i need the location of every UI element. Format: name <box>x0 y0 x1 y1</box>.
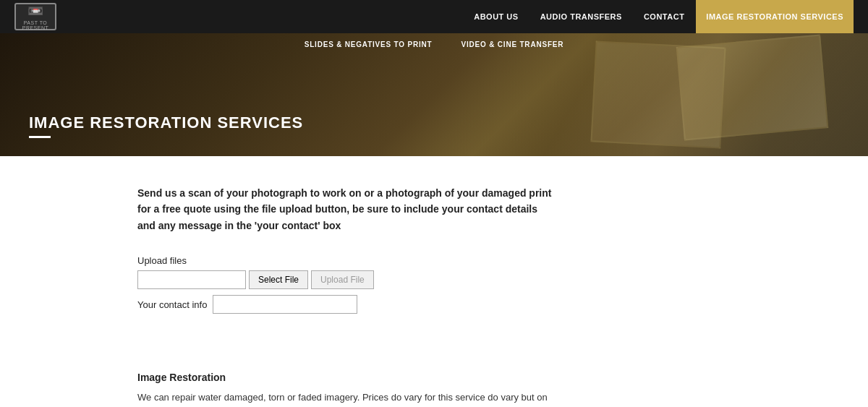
upload-file-button[interactable]: Upload File <box>311 270 374 289</box>
top-navigation: 📼 PAST TO PRESENT ABOUT US AUDIO TRANSFE… <box>0 0 868 33</box>
nav-image-restoration[interactable]: IMAGE RESTORATION SERVICES <box>696 0 854 33</box>
contact-label: Your contact info <box>137 299 207 310</box>
logo-area[interactable]: 📼 PAST TO PRESENT <box>14 3 56 30</box>
main-nav: ABOUT US AUDIO TRANSFERS CONTACT IMAGE R… <box>464 0 854 33</box>
logo-text: PAST TO PRESENT <box>16 20 55 30</box>
restoration-heading: Image Restoration <box>137 372 731 383</box>
upload-label: Upload files <box>137 255 731 266</box>
nav-about-us[interactable]: ABOUT US <box>464 0 528 33</box>
hero-section: SLIDES & NEGATIVES TO PRINT VIDEO & CINE… <box>0 33 868 156</box>
nav-contact[interactable]: CONTACT <box>634 0 694 33</box>
nav-audio-transfers[interactable]: AUDIO TRANSFERS <box>530 0 632 33</box>
hero-title-underline <box>29 136 51 138</box>
cassette-icon: 📼 <box>27 3 43 19</box>
sub-nav-slides[interactable]: SLIDES & NEGATIVES TO PRINT <box>305 40 433 48</box>
hero-title-area: IMAGE RESTORATION SERVICES <box>29 113 303 138</box>
main-content: Send us a scan of your photograph to wor… <box>109 156 760 407</box>
logo[interactable]: 📼 PAST TO PRESENT <box>14 3 56 30</box>
sub-navigation: SLIDES & NEGATIVES TO PRINT VIDEO & CINE… <box>305 33 564 56</box>
intro-text: Send us a scan of your photograph to wor… <box>137 185 557 234</box>
restoration-body: We can repair water damaged, torn or fad… <box>137 390 557 406</box>
select-file-button[interactable]: Select File <box>249 270 308 289</box>
contact-row: Your contact info <box>137 295 731 314</box>
contact-info-input[interactable] <box>213 295 357 314</box>
hero-photo-overlay-2 <box>590 40 726 148</box>
restoration-section: Image Restoration We can repair water da… <box>137 372 731 407</box>
upload-row: Select File Upload File <box>137 270 731 289</box>
sub-nav-video[interactable]: VIDEO & CINE TRANSFER <box>461 40 564 48</box>
upload-filename-input[interactable] <box>137 270 246 289</box>
upload-section: Upload files Select File Upload File You… <box>137 255 731 314</box>
hero-title: IMAGE RESTORATION SERVICES <box>29 113 303 132</box>
